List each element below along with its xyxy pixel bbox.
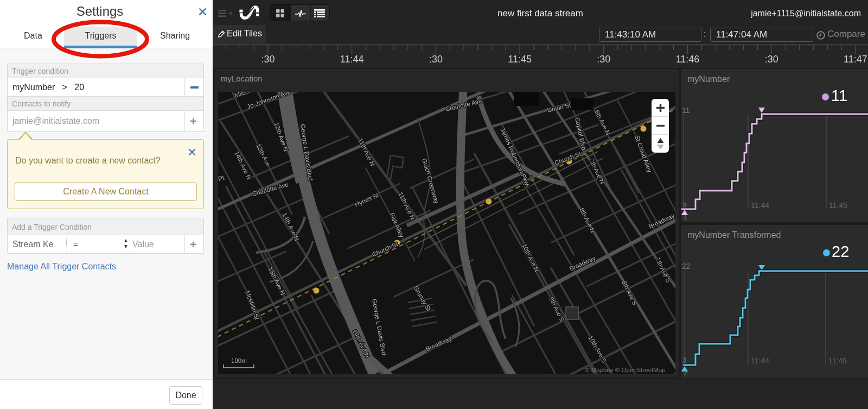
svg-text:3: 3: [682, 356, 687, 364]
svg-text:11:47: 11:47: [844, 54, 867, 65]
svg-text:11:44: 11:44: [751, 356, 769, 365]
svg-text::30: :30: [429, 54, 443, 65]
svg-text:© Mapbox © OpenStreetMap: © Mapbox © OpenStreetMap: [585, 367, 666, 373]
svg-text:11:45: 11:45: [508, 54, 532, 65]
svg-text:11:45: 11:45: [828, 356, 847, 365]
svg-text::30: :30: [765, 54, 778, 65]
svg-text:11:44: 11:44: [751, 201, 769, 210]
svg-text:11:45: 11:45: [829, 201, 847, 210]
svg-text:11:46: 11:46: [676, 54, 700, 65]
svg-text::30: :30: [597, 54, 610, 65]
svg-text:11:44: 11:44: [340, 54, 364, 65]
svg-text::30: :30: [261, 54, 275, 65]
svg-text:22: 22: [682, 262, 691, 270]
svg-text:11: 11: [682, 106, 690, 115]
svg-text:100m: 100m: [231, 357, 247, 364]
